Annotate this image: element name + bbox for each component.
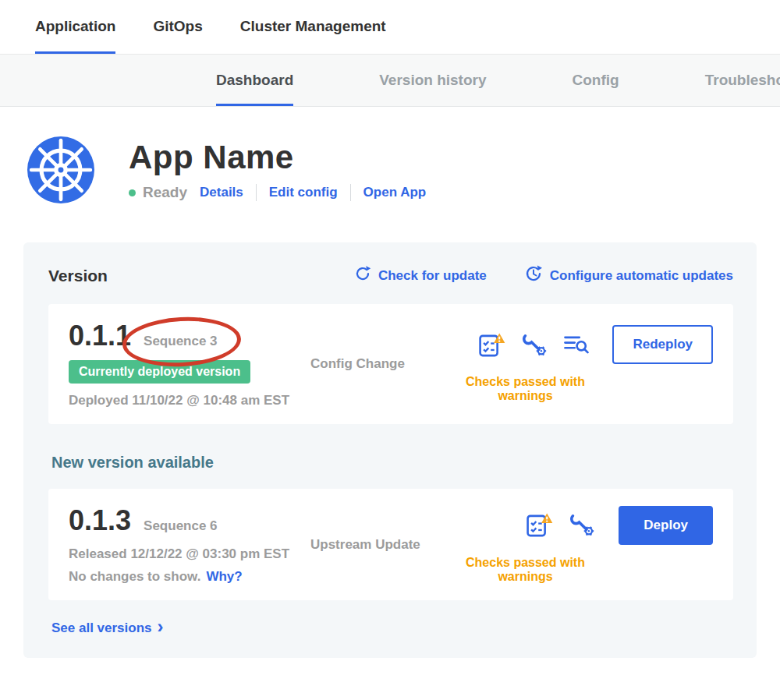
released-date: Released 12/12/22 @ 03:30 pm EST [69, 546, 310, 562]
tab-application-label: Application [35, 18, 115, 35]
chevron-right-icon: › [158, 619, 164, 634]
currently-deployed-badge: Currently deployed version [69, 360, 250, 384]
no-changes-text: No changes to show. [69, 569, 200, 585]
see-all-versions-link[interactable]: See all versions › [51, 620, 733, 636]
tab-gitops-label: GitOps [153, 18, 202, 35]
see-all-versions-label: See all versions [51, 620, 152, 636]
tab-dashboard[interactable]: Dashboard [216, 55, 293, 106]
new-checks-status: Checks passed with warnings [455, 556, 713, 584]
open-app-link[interactable]: Open App [363, 185, 427, 200]
status-badge: Ready [129, 184, 187, 201]
new-release-card: 0.1.3 Sequence 6 Released 12/12/22 @ 03:… [48, 489, 733, 600]
app-status-text: Ready [143, 184, 187, 201]
deployed-date: Deployed 11/10/22 @ 10:48 am EST [69, 393, 310, 408]
configure-auto-updates-link[interactable]: Configure automatic updates [524, 264, 733, 287]
current-sequence-label: Sequence 3 [144, 334, 218, 348]
tab-config[interactable]: Config [573, 55, 619, 106]
current-release-card: 0.1.1 Sequence 3 Currently deployed vers… [48, 304, 733, 424]
deploy-button[interactable]: Deploy [619, 506, 713, 545]
edit-config-link[interactable]: Edit config [269, 185, 338, 200]
new-version-heading: New version available [51, 454, 733, 472]
app-meta-row: Ready Details Edit config Open App [129, 184, 426, 201]
tab-version-history-label: Version history [379, 72, 486, 89]
primary-nav: Application GitOps Cluster Management [0, 0, 780, 55]
app-header: App Name Ready Details Edit config Open … [27, 136, 780, 203]
kubernetes-logo-icon [27, 136, 94, 203]
preflight-checklist-warning-icon[interactable] [526, 512, 553, 538]
view-files-icon[interactable] [563, 334, 589, 355]
preflight-checklist-warning-icon[interactable] [478, 332, 505, 358]
tab-application[interactable]: Application [35, 0, 115, 54]
tab-config-label: Config [573, 72, 619, 89]
status-dot-icon [129, 189, 136, 196]
tab-dashboard-label: Dashboard [216, 72, 293, 89]
version-card-title: Version [48, 267, 354, 285]
new-version-number: 0.1.3 [69, 504, 131, 537]
version-card: Version Check for update [23, 242, 757, 658]
divider [350, 184, 351, 201]
current-version-number: 0.1.1 [69, 320, 131, 352]
scheduled-refresh-icon [524, 264, 543, 287]
tab-cluster-management[interactable]: Cluster Management [240, 0, 386, 54]
new-sequence-label: Sequence 6 [144, 518, 218, 533]
check-for-update-label: Check for update [378, 268, 487, 284]
page-title: App Name [129, 139, 426, 176]
wrench-gear-icon[interactable] [569, 513, 595, 537]
configure-auto-updates-label: Configure automatic updates [550, 268, 733, 284]
app-sub-nav: Dashboard Version history Config Trouble… [0, 55, 780, 107]
divider [256, 184, 257, 201]
tab-version-history[interactable]: Version history [379, 55, 486, 106]
new-release-source: Upstream Update [310, 537, 420, 553]
current-release-source: Config Change [310, 356, 405, 372]
tab-troubleshoot[interactable]: Troubleshoot [705, 55, 780, 106]
redeploy-button[interactable]: Redeploy [612, 325, 713, 364]
check-for-update-link[interactable]: Check for update [354, 264, 487, 287]
tab-cluster-management-label: Cluster Management [240, 18, 386, 35]
details-link[interactable]: Details [200, 185, 243, 200]
tab-gitops[interactable]: GitOps [153, 0, 202, 54]
current-checks-status: Checks passed with warnings [455, 375, 713, 403]
tab-troubleshoot-label: Troubleshoot [705, 72, 780, 89]
wrench-gear-icon[interactable] [521, 333, 548, 357]
refresh-icon [354, 265, 371, 286]
why-link[interactable]: Why? [206, 569, 242, 585]
